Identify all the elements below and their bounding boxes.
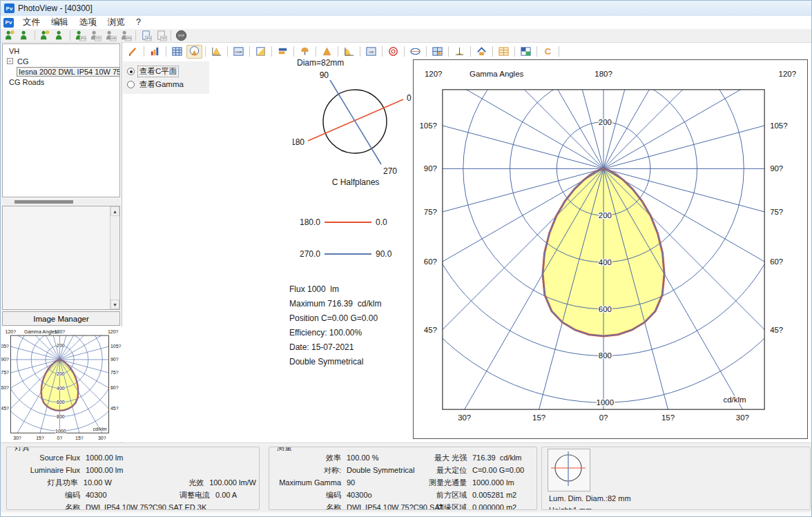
luminaire-groupbox-title: 灯具 xyxy=(12,447,32,453)
view-option-0[interactable]: 查看C平面 xyxy=(127,65,209,78)
svg-text:EPS: EPS xyxy=(126,37,131,40)
menu-item-1[interactable]: 编辑 xyxy=(46,17,74,28)
import-photometry-icon[interactable] xyxy=(38,30,52,42)
doc-jpg-icon[interactable]: JPG xyxy=(139,30,153,42)
c-curves-icon[interactable]: C xyxy=(540,45,556,59)
field-value: 100.00 % xyxy=(347,453,424,463)
svg-text:C: C xyxy=(545,46,552,57)
hp-label-180: 180 xyxy=(293,137,304,147)
cone-diagram-icon[interactable] xyxy=(319,45,335,59)
legend-line xyxy=(325,253,371,255)
svg-text:45?: 45? xyxy=(1,406,9,411)
open-photometry-green-icon[interactable] xyxy=(18,30,32,42)
field-value: 0.00 A xyxy=(215,490,237,500)
field-label: 光效 xyxy=(164,478,209,488)
field-value: DWL IP54 10W 75?C90 SAT ED 3K xyxy=(86,503,168,510)
field-label: 对称: xyxy=(272,465,347,476)
field-label: Maximum Gamma xyxy=(272,478,347,488)
toolbar-separator xyxy=(536,46,537,57)
svg-text:1000: 1000 xyxy=(55,429,66,433)
document-icon[interactable]: Pv xyxy=(3,18,14,28)
ugr-table-icon[interactable]: UGR xyxy=(231,45,246,59)
export-txt-icon[interactable]: TXT xyxy=(88,30,102,42)
export-jpg-icon[interactable]: JPG xyxy=(73,30,87,42)
svg-text:cd/klm: cd/klm xyxy=(93,427,106,431)
svg-text:800: 800 xyxy=(599,351,612,360)
data-row-3: 编码40300调整电流0.00 A xyxy=(10,490,256,500)
cartesian-diagram-icon[interactable] xyxy=(209,45,224,59)
room-diagram-icon[interactable] xyxy=(474,45,490,59)
vertical-scrollbar[interactable]: ▲ ▼ xyxy=(110,206,119,309)
svg-text:30?: 30? xyxy=(13,436,21,440)
data-row-0: 效率100.00 %最大 光强716.39 cd/klm xyxy=(272,453,534,463)
legend-row-1: 270.090.0 xyxy=(289,248,427,260)
splitter-thumb[interactable] xyxy=(14,200,73,204)
tree-item-1[interactable]: −CG xyxy=(3,56,119,66)
matrix-table-icon[interactable] xyxy=(518,45,534,59)
menu-item-4[interactable]: ? xyxy=(130,17,146,28)
svg-text:15?: 15? xyxy=(36,436,44,440)
import-photometry-green-icon[interactable] xyxy=(53,30,67,42)
tilt-diagram-icon[interactable] xyxy=(452,45,467,59)
toolbar-separator xyxy=(293,46,294,57)
info-line-5: Double Symmetrical xyxy=(289,355,381,369)
tree-expander-icon[interactable]: − xyxy=(7,58,13,64)
toolbar-separator xyxy=(35,30,35,41)
toolbar-separator xyxy=(360,46,360,57)
intensity-table-icon[interactable] xyxy=(169,45,185,59)
cie-table-icon[interactable]: CIE xyxy=(363,45,379,59)
svg-text:15?: 15? xyxy=(75,436,84,440)
open-photometry-icon[interactable] xyxy=(3,30,17,42)
svg-text:STOP: STOP xyxy=(178,35,184,37)
edit-icon[interactable] xyxy=(125,45,141,59)
flag-diagram-icon[interactable] xyxy=(275,45,291,59)
field-value: 716.39 cd/klm xyxy=(472,453,522,463)
svg-text:60?: 60? xyxy=(1,385,9,390)
radio-label: 查看C平面 xyxy=(137,66,179,77)
svg-text:105?: 105? xyxy=(419,121,436,130)
circular-diagram-icon[interactable] xyxy=(385,45,401,59)
radio-icon[interactable] xyxy=(127,68,135,75)
app-icon: Pv xyxy=(4,3,14,13)
isolux-diagram-icon[interactable] xyxy=(253,45,269,59)
content-area: UGRCIEC 查看C平面查看Gamma Diam=82mm 900180270… xyxy=(123,43,812,442)
sphere-diagram-icon[interactable] xyxy=(407,45,423,59)
export-dxf-icon[interactable]: DXF xyxy=(104,30,117,42)
image-manager-button[interactable]: Image Manager xyxy=(2,311,120,326)
svg-text:120?: 120? xyxy=(108,329,119,334)
menu-item-0[interactable]: 文件 xyxy=(17,17,46,28)
chart-thumbnail[interactable]: 2004006008001000200120?Gamma Angles180?1… xyxy=(1,326,122,442)
luminaire-icon[interactable] xyxy=(297,45,313,59)
svg-text:JPG: JPG xyxy=(146,37,151,40)
grid-values-icon[interactable] xyxy=(429,45,445,59)
bottom-strip xyxy=(1,512,812,517)
summary-table-icon[interactable] xyxy=(496,45,512,59)
radio-label: 查看Gamma xyxy=(137,79,186,90)
lum-height-text: Height:1 mm xyxy=(549,506,592,510)
histogram-icon[interactable] xyxy=(147,45,163,59)
polar-diagram-icon[interactable] xyxy=(186,45,202,59)
export-eps-icon[interactable]: EPS xyxy=(119,30,133,42)
field-value: 100.000 lm/W xyxy=(209,478,256,488)
panel-splitter[interactable] xyxy=(2,199,120,205)
toolbar-separator xyxy=(171,30,171,41)
tree-item-2[interactable]: Iesna 2002 DWL IP54 10W 75?C90 xyxy=(3,66,119,77)
stop-icon[interactable]: STOP xyxy=(174,30,188,42)
photometry-tree[interactable]: VH−CGIesna 2002 DWL IP54 10W 75?C90CG Ro… xyxy=(2,43,120,197)
tree-item-3[interactable]: CG Roads xyxy=(3,77,119,87)
tree-item-0[interactable]: VH xyxy=(3,46,119,56)
menu-item-2[interactable]: 选项 xyxy=(74,17,102,28)
scroll-up-icon[interactable]: ▲ xyxy=(110,206,119,216)
view-option-1[interactable]: 查看Gamma xyxy=(127,78,209,91)
menu-item-3[interactable]: 浏览 xyxy=(102,17,130,28)
scroll-down-icon[interactable]: ▼ xyxy=(110,300,119,309)
beam-diagram-icon[interactable] xyxy=(341,45,357,59)
radio-icon[interactable] xyxy=(127,81,135,88)
photoview-window: Pv PhotoView - [40300] Pv 文件编辑选项浏览? JPGT… xyxy=(0,0,812,517)
data-row-1: 对称:Double Symmetrical最大定位C=0.00 G=0.00 xyxy=(272,465,534,476)
info-line-4: Date: 15-07-2021 xyxy=(289,340,381,355)
doc-txt-icon[interactable]: TXT xyxy=(154,30,168,42)
bottom-panel: 灯具 Source Flux1000.00 lmLuminaire Flux10… xyxy=(1,442,812,512)
toolbar-separator xyxy=(144,46,144,57)
svg-text:75?: 75? xyxy=(424,208,437,216)
